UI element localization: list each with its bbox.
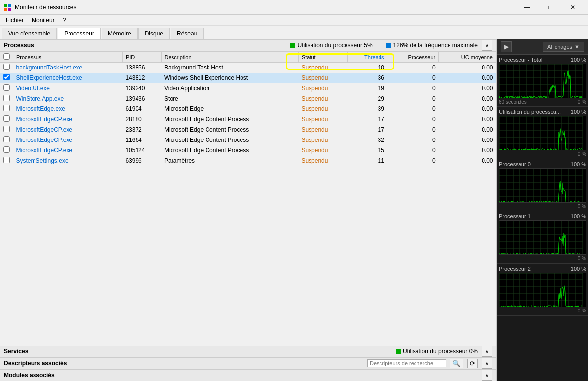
process-table-container[interactable]: Processus PID Description Statut Threads… [0, 51, 496, 346]
close-button[interactable]: ✕ [561, 0, 584, 15]
col-pid[interactable]: PID [122, 52, 161, 63]
process-description: Microsoft Edge Content Process [161, 145, 298, 156]
table-row[interactable]: MicrosoftEdge.exe 61904 Microsoft Edge S… [0, 104, 496, 114]
table-row[interactable]: MicrosoftEdgeCP.exe 23372 Microsoft Edge… [0, 125, 496, 135]
process-section: Processus PID Description Statut Threads… [0, 51, 496, 346]
process-name[interactable]: ShellExperienceHost.exe [16, 74, 82, 81]
modules-toggle-btn[interactable]: ∨ [482, 370, 492, 381]
process-status: Suspendu [298, 125, 347, 135]
chart-canvas [499, 116, 583, 150]
process-name[interactable]: MicrosoftEdgeCP.exe [16, 137, 73, 143]
col-status[interactable]: Statut [298, 52, 347, 63]
row-checkbox[interactable] [3, 64, 10, 70]
descriptors-search-btn[interactable]: 🔍 [450, 359, 463, 368]
col-description[interactable]: Description [161, 52, 298, 63]
process-cpu: 0 [387, 135, 439, 145]
descriptors-toggle-btn[interactable]: ∨ [482, 358, 492, 369]
table-row[interactable]: backgroundTaskHost.exe 133856 Background… [0, 63, 496, 73]
services-cpu-label: Utilisation du processeur 0% [403, 348, 478, 355]
process-threads: 11 [347, 156, 387, 166]
modules-section-header[interactable]: Modules associés ∨ [0, 369, 496, 381]
col-threads[interactable]: Threads [347, 52, 387, 63]
row-checkbox[interactable] [3, 74, 10, 80]
process-avg-cpu: 0.00 [439, 156, 496, 166]
table-row[interactable]: WinStore.App.exe 139436 Store Suspendu 2… [0, 94, 496, 104]
col-process[interactable]: Processus [13, 52, 123, 63]
services-section-header[interactable]: Services Utilisation du processeur 0% ∨ [0, 346, 496, 357]
process-name[interactable]: MicrosoftEdgeCP.exe [16, 126, 73, 133]
row-checkbox[interactable] [3, 115, 10, 122]
process-section-header[interactable]: Processus Utilisation du processeur 5% 1… [0, 39, 496, 51]
process-status: Suspendu [298, 156, 347, 166]
chart-area [499, 116, 586, 150]
col-avg-cpu[interactable]: UC moyenne [439, 52, 496, 63]
col-cpu[interactable]: Processeur [387, 52, 439, 63]
row-checkbox[interactable] [3, 146, 10, 153]
menu-help[interactable]: ? [59, 16, 70, 25]
modules-header-info: ∨ [482, 370, 492, 381]
row-checkbox[interactable] [3, 95, 10, 101]
row-checkbox[interactable] [3, 105, 10, 111]
process-name[interactable]: MicrosoftEdge.exe [16, 105, 65, 112]
row-checkbox[interactable] [3, 126, 10, 132]
row-checkbox[interactable] [3, 84, 10, 91]
process-pid: 63996 [122, 156, 161, 166]
chart-area [499, 273, 586, 307]
services-green-indicator [396, 349, 401, 354]
process-status: Suspendu [298, 114, 347, 125]
chart-canvas [499, 273, 583, 307]
svg-rect-2 [4, 8, 7, 11]
process-avg-cpu: 0.00 [439, 114, 496, 125]
process-pid: 143812 [122, 73, 161, 83]
table-row[interactable]: SystemSettings.exe 63996 Paramètres Susp… [0, 156, 496, 166]
descriptors-section-header[interactable]: Descripteurs associés 🔍 ⟳ ∨ [0, 357, 496, 369]
green-indicator [290, 43, 295, 48]
table-row[interactable]: Video.UI.exe 139240 Video Application Su… [0, 83, 496, 94]
tab-memoire[interactable]: Mémoire [102, 28, 138, 39]
row-checkbox[interactable] [3, 136, 10, 142]
minimize-button[interactable]: — [516, 0, 539, 15]
chart-zero-label: 0 % [578, 204, 586, 209]
menu-moniteur[interactable]: Moniteur [28, 16, 59, 25]
chart-section: Processeur 0100 %0 % [497, 159, 588, 211]
process-pid: 139240 [122, 83, 161, 94]
tab-reseau[interactable]: Réseau [171, 28, 204, 39]
services-toggle-btn[interactable]: ∨ [482, 346, 492, 357]
process-name[interactable]: MicrosoftEdgeCP.exe [16, 116, 73, 123]
tab-vue-ensemble[interactable]: Vue d'ensemble [2, 28, 57, 39]
descriptors-search-input[interactable] [367, 359, 446, 367]
tab-processeur[interactable]: Processeur [58, 28, 101, 39]
descriptors-refresh-btn[interactable]: ⟳ [467, 359, 478, 368]
process-threads: 17 [347, 114, 387, 125]
menu-fichier[interactable]: Fichier [2, 16, 28, 25]
chart-label: Processeur 0100 % [499, 161, 586, 167]
process-status: Suspendu [298, 63, 347, 73]
right-panel-nav-btn[interactable]: ▶ [501, 41, 512, 52]
tab-disque[interactable]: Disque [138, 28, 170, 39]
col-checkbox[interactable] [0, 52, 13, 63]
table-row[interactable]: MicrosoftEdgeCP.exe 105124 Microsoft Edg… [0, 145, 496, 156]
table-row[interactable]: ShellExperienceHost.exe 143812 Windows S… [0, 73, 496, 83]
process-threads: 15 [347, 145, 387, 156]
app-title: Moniteur de ressources [15, 4, 516, 11]
process-name[interactable]: SystemSettings.exe [16, 157, 69, 164]
table-row[interactable]: MicrosoftEdgeCP.exe 11664 Microsoft Edge… [0, 135, 496, 145]
chart-bottom-label: 60 secondes0 % [499, 99, 586, 104]
chart-percent: 100 % [571, 213, 586, 219]
process-name[interactable]: WinStore.App.exe [16, 95, 64, 102]
maximize-button[interactable]: □ [539, 0, 561, 15]
select-all-checkbox[interactable] [3, 53, 10, 60]
row-checkbox[interactable] [3, 157, 10, 163]
process-toggle-btn[interactable]: ∧ [482, 40, 492, 51]
chart-area [499, 64, 586, 98]
affichages-btn[interactable]: Affichages ▼ [543, 42, 584, 52]
process-description: Windows Shell Experience Host [161, 73, 298, 83]
process-avg-cpu: 0.00 [439, 145, 496, 156]
process-threads: 32 [347, 135, 387, 145]
process-name[interactable]: backgroundTaskHost.exe [16, 64, 83, 71]
process-cpu: 0 [387, 156, 439, 166]
process-name[interactable]: MicrosoftEdgeCP.exe [16, 147, 73, 154]
table-row[interactable]: MicrosoftEdgeCP.exe 28180 Microsoft Edge… [0, 114, 496, 125]
process-threads: 19 [347, 83, 387, 94]
process-name[interactable]: Video.UI.exe [16, 85, 50, 92]
